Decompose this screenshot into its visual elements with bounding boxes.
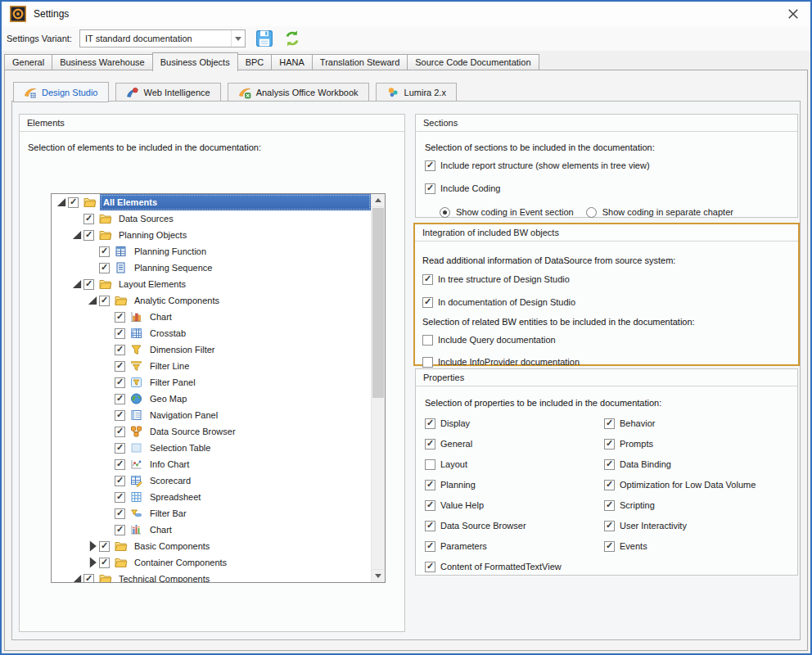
- tree-item-analytic-components[interactable]: Analytic Components: [52, 292, 371, 309]
- subtab-analysis-office-workbook[interactable]: Analysis Office Workbook: [228, 83, 369, 102]
- prompts-checkbox[interactable]: [604, 439, 615, 449]
- general-checkbox[interactable]: [425, 439, 435, 449]
- expand-arrow-icon[interactable]: [70, 228, 83, 242]
- coding-radio-group: Show coding in Event sectionShow coding …: [440, 206, 740, 219]
- tree-item-planning-sequence[interactable]: Planning Sequence: [52, 260, 371, 276]
- tree-item-crosstab[interactable]: Crosstab: [52, 325, 371, 341]
- tree-item-technical-components[interactable]: Technical Components: [52, 571, 371, 582]
- data-sources-checkbox[interactable]: [83, 214, 94, 224]
- technical-components-checkbox[interactable]: [83, 574, 94, 583]
- display-checkbox[interactable]: [425, 418, 435, 429]
- scripting-checkbox[interactable]: [604, 500, 615, 511]
- tree-item-info-chart[interactable]: Info Chart: [52, 456, 371, 472]
- tree-item-data-sources[interactable]: Data Sources: [52, 210, 371, 227]
- tree-item-selection-table[interactable]: Selection Table: [52, 440, 371, 456]
- tab-business-objects[interactable]: Business Objects: [152, 52, 238, 71]
- subtab-design-studio[interactable]: Design Studio: [13, 82, 109, 102]
- optimization-for-low-data-volume-checkbox[interactable]: [604, 480, 615, 490]
- tree-item-planning-objects[interactable]: Planning Objects: [52, 227, 371, 243]
- tree-item-filter-panel[interactable]: Filter Panel: [52, 374, 371, 391]
- expand-arrow-icon[interactable]: [86, 556, 99, 569]
- info-chart-checkbox[interactable]: [115, 459, 125, 470]
- include-infoprovider-documentation-checkbox[interactable]: [422, 357, 433, 368]
- tab-bpc[interactable]: BPC: [237, 54, 273, 70]
- tree-item-geo-map[interactable]: Geo Map: [52, 391, 371, 407]
- settings-variant-dropdown[interactable]: IT standard documentation: [79, 29, 246, 47]
- data-binding-checkbox[interactable]: [604, 459, 615, 470]
- crosstab-checkbox[interactable]: [115, 328, 125, 339]
- refresh-button[interactable]: [283, 29, 301, 47]
- tree-item-all-elements[interactable]: All Elements: [52, 194, 371, 210]
- scroll-up-icon[interactable]: [372, 194, 385, 207]
- in-tree-structure-of-design-studio-checkbox[interactable]: [422, 274, 433, 285]
- tab-general[interactable]: General: [4, 54, 52, 70]
- chart-checkbox[interactable]: [115, 525, 125, 535]
- behavior-checkbox[interactable]: [604, 418, 615, 429]
- tab-source-code-documentation[interactable]: Source Code Documentation: [407, 54, 539, 70]
- chart-checkbox[interactable]: [115, 312, 125, 323]
- value-help-checkbox[interactable]: [425, 500, 435, 511]
- subtab-lumira-2-x[interactable]: Lumira 2.x: [376, 83, 457, 102]
- expand-arrow-icon[interactable]: [70, 572, 83, 582]
- events-checkbox[interactable]: [604, 541, 615, 552]
- expand-arrow-icon[interactable]: [86, 294, 99, 307]
- data-source-browser-checkbox[interactable]: [425, 521, 435, 531]
- tree-item-container-components[interactable]: Container Components: [52, 554, 371, 571]
- include-coding-checkbox[interactable]: [425, 183, 435, 194]
- tree-item-scorecard[interactable]: Scorecard: [52, 472, 371, 489]
- tree-item-data-source-browser[interactable]: Data Source Browser: [52, 423, 371, 440]
- tab-translation-steward[interactable]: Translation Steward: [312, 54, 408, 70]
- tree-item-spreadsheet[interactable]: Spreadsheet: [52, 489, 371, 505]
- filter-bar-checkbox[interactable]: [115, 508, 125, 519]
- planning-function-checkbox[interactable]: [99, 246, 110, 257]
- basic-components-checkbox[interactable]: [99, 541, 110, 552]
- planning-objects-checkbox[interactable]: [83, 230, 94, 241]
- subtab-web-intelligence[interactable]: Web Intelligence: [115, 83, 221, 102]
- tab-hana[interactable]: HANA: [271, 54, 313, 70]
- save-button[interactable]: [255, 29, 273, 47]
- close-icon[interactable]: [787, 8, 799, 20]
- tree-item-filter-bar[interactable]: Filter Bar: [52, 505, 371, 522]
- filter-panel-checkbox[interactable]: [115, 377, 125, 388]
- show-coding-in-separate-chapter-radio[interactable]: [586, 207, 597, 218]
- include-report-structure-show-elements-in-tree-view-checkbox[interactable]: [425, 160, 435, 171]
- layout-elements-checkbox[interactable]: [83, 279, 94, 290]
- content-of-formattedtextview-checkbox[interactable]: [425, 562, 435, 572]
- tree-item-basic-components[interactable]: Basic Components: [52, 538, 371, 554]
- tree-scrollbar[interactable]: [371, 194, 385, 582]
- spreadsheet-checkbox[interactable]: [115, 492, 125, 503]
- tree-item-dimension-filter[interactable]: Dimension Filter: [52, 341, 371, 358]
- tree-item-navigation-panel[interactable]: Navigation Panel: [52, 407, 371, 423]
- planning-sequence-checkbox[interactable]: [99, 263, 110, 273]
- parameters-checkbox[interactable]: [425, 541, 435, 552]
- scrollbar-thumb[interactable]: [372, 208, 384, 398]
- tree-item-filter-line[interactable]: Filter Line: [52, 358, 371, 374]
- filter-line-checkbox[interactable]: [115, 361, 125, 372]
- chevron-down-icon[interactable]: [231, 30, 245, 47]
- navigation-panel-checkbox[interactable]: [115, 410, 125, 421]
- data-source-browser-checkbox[interactable]: [115, 427, 125, 437]
- design-studio-icon: [24, 86, 37, 99]
- container-components-checkbox[interactable]: [99, 558, 110, 568]
- tab-business-warehouse[interactable]: Business Warehouse: [52, 54, 153, 70]
- expand-arrow-icon[interactable]: [55, 196, 68, 209]
- tree-item-chart[interactable]: Chart: [52, 522, 371, 538]
- scroll-down-icon[interactable]: [372, 569, 385, 582]
- user-interactivity-checkbox[interactable]: [604, 521, 615, 531]
- in-documentation-of-design-studio-checkbox[interactable]: [422, 297, 433, 308]
- tree-item-chart[interactable]: Chart: [52, 309, 371, 325]
- dimension-filter-checkbox[interactable]: [115, 345, 125, 355]
- scorecard-checkbox[interactable]: [115, 476, 125, 486]
- show-coding-in-event-section-radio[interactable]: [440, 207, 450, 218]
- expand-arrow-icon[interactable]: [86, 540, 99, 553]
- tree-item-planning-function[interactable]: Planning Function: [52, 243, 371, 260]
- all-elements-checkbox[interactable]: [68, 197, 79, 208]
- geo-map-checkbox[interactable]: [115, 394, 125, 404]
- planning-checkbox[interactable]: [425, 480, 435, 490]
- layout-checkbox[interactable]: [425, 459, 435, 470]
- selection-table-checkbox[interactable]: [115, 443, 125, 454]
- include-query-documentation-checkbox[interactable]: [422, 335, 433, 346]
- expand-arrow-icon[interactable]: [70, 278, 83, 291]
- tree-item-layout-elements[interactable]: Layout Elements: [52, 276, 371, 292]
- analytic-components-checkbox[interactable]: [99, 296, 110, 306]
